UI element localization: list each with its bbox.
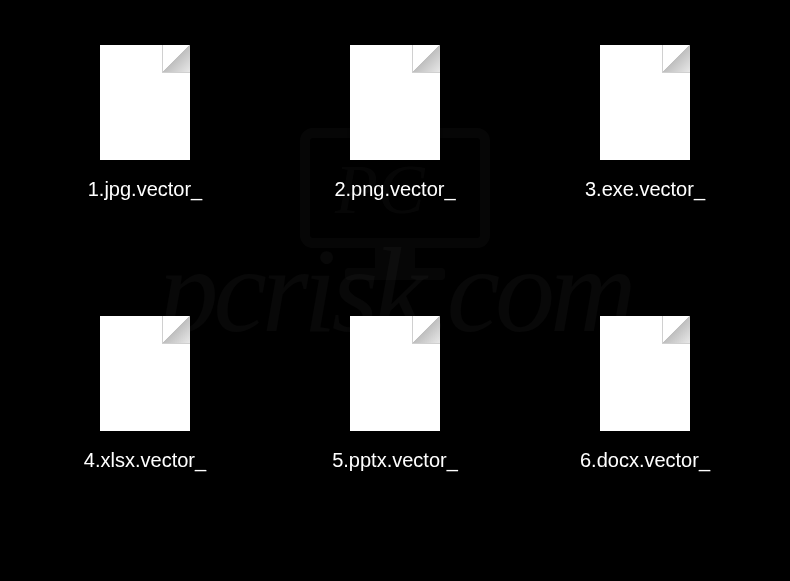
file-label: 5.pptx.vector_: [332, 449, 458, 472]
file-icon: [600, 316, 690, 431]
file-item[interactable]: 6.docx.vector_: [520, 301, 770, 542]
desktop-icons-grid: 1.jpg.vector_ 2.png.vector_ 3.exe.vector…: [0, 0, 790, 581]
file-item[interactable]: 1.jpg.vector_: [20, 30, 270, 271]
file-icon: [100, 316, 190, 431]
file-icon: [100, 45, 190, 160]
file-label: 2.png.vector_: [334, 178, 455, 201]
file-item[interactable]: 4.xlsx.vector_: [20, 301, 270, 542]
file-item[interactable]: 5.pptx.vector_: [270, 301, 520, 542]
file-icon: [350, 316, 440, 431]
file-icon: [600, 45, 690, 160]
file-label: 6.docx.vector_: [580, 449, 710, 472]
file-label: 3.exe.vector_: [585, 178, 705, 201]
file-item[interactable]: 3.exe.vector_: [520, 30, 770, 271]
file-icon: [350, 45, 440, 160]
file-item[interactable]: 2.png.vector_: [270, 30, 520, 271]
file-label: 1.jpg.vector_: [88, 178, 203, 201]
file-label: 4.xlsx.vector_: [84, 449, 206, 472]
